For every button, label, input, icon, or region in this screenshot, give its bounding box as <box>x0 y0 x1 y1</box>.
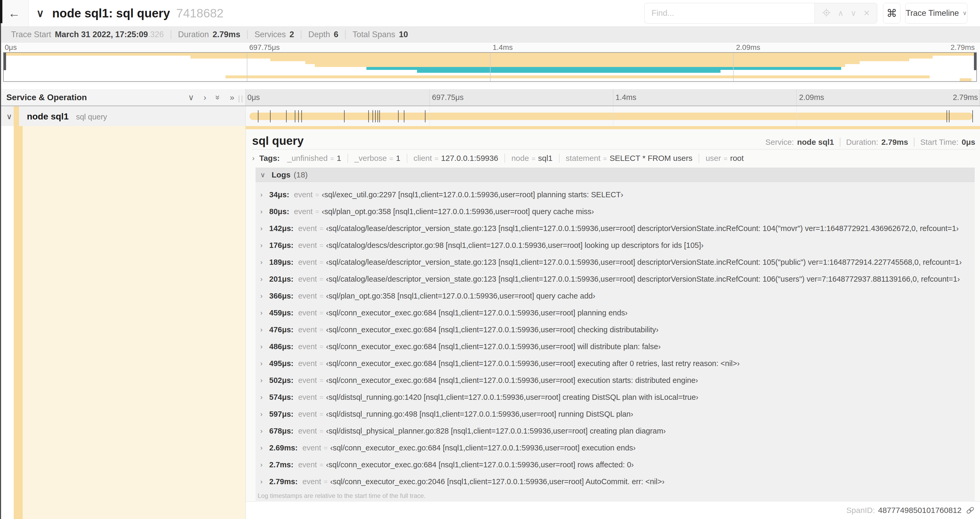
tag-item: _unfinished=1 <box>281 154 347 163</box>
link-icon[interactable] <box>966 506 975 515</box>
trace-id: 7418682 <box>176 0 223 26</box>
trace-view-select[interactable]: Trace Timeline ∨ <box>905 3 967 24</box>
minimap-span-bar <box>191 56 932 59</box>
span-bar[interactable] <box>250 113 973 120</box>
log-row[interactable]: ›2.7ms:event=‹sql/conn_executor_exec.go:… <box>256 456 975 473</box>
back-button[interactable]: ← <box>0 0 29 26</box>
chevron-right-icon: › <box>260 477 269 486</box>
find-prev-icon[interactable]: ∧ <box>838 9 843 17</box>
detail-meta-item: Start Time:0μs <box>914 138 975 147</box>
meta-label: Depth <box>308 30 330 39</box>
log-row[interactable]: ›678μs:event=‹sql/distsql_physical_plann… <box>256 423 975 439</box>
tag-item: user=root <box>698 154 750 163</box>
minimap-canvas[interactable] <box>3 52 977 82</box>
find-next-icon[interactable]: ∨ <box>851 9 856 17</box>
minimap-axis-labels: 0μs697.75μs1.4ms2.09ms2.79ms <box>3 43 977 51</box>
log-key: event <box>298 258 317 267</box>
detail-meta-item: Duration:2.79ms <box>840 138 914 147</box>
column-resize-grip[interactable]: || <box>238 94 244 102</box>
log-marker-tick <box>295 110 295 122</box>
log-key: event <box>298 427 317 435</box>
chevron-right-icon: › <box>260 393 269 401</box>
left-scrubber-handle[interactable] <box>4 53 6 70</box>
span-detail-meta: Service:node sql1Duration:2.79msStart Ti… <box>759 138 975 147</box>
chevron-right-icon: › <box>260 343 269 351</box>
minimap-tick-label: 2.79ms <box>950 43 975 52</box>
log-row[interactable]: ›502μs:event=‹sql/conn_executor_exec.go:… <box>256 372 975 389</box>
equals-sign: = <box>724 155 728 163</box>
log-row[interactable]: ›80μs:event=‹sql/plan_opt.go:358 [nsql1,… <box>256 203 975 220</box>
log-value: ‹sql/catalog/lease/descriptor_version_st… <box>326 275 960 284</box>
log-value: ‹sql/distsql_physical_planner.go:828 [ns… <box>326 427 666 435</box>
log-key: event <box>298 376 317 385</box>
log-row[interactable]: ›189μs:event=‹sql/catalog/lease/descript… <box>256 254 975 271</box>
locate-icon[interactable] <box>822 8 831 18</box>
tags-row[interactable]: › Tags: _unfinished=1_verbose=1client=12… <box>252 152 750 165</box>
trace-collapse-toggle[interactable]: ∨ <box>37 0 44 26</box>
logs-count: (18) <box>294 170 308 179</box>
log-marker-tick <box>298 110 299 122</box>
trace-view-label: Trace Timeline <box>906 8 959 18</box>
expand-all-icon[interactable]: » <box>230 93 234 102</box>
detail-meta-value: 2.79ms <box>881 138 908 147</box>
log-value: ‹sql/catalog/lease/descriptor_version_st… <box>326 224 959 233</box>
log-key: event <box>298 410 317 418</box>
log-marker-tick <box>377 110 378 122</box>
find-clear-icon[interactable]: ✕ <box>863 9 870 17</box>
log-row[interactable]: ›495μs:event=‹sql/conn_executor_exec.go:… <box>256 355 975 372</box>
expand-one-icon[interactable]: › <box>204 93 206 102</box>
chevron-down-icon: ∨ <box>963 10 967 17</box>
tag-key: _unfinished <box>287 154 328 163</box>
log-value: ‹sql/conn_executor_exec.go:2046 [nsql1,c… <box>330 477 665 486</box>
log-row[interactable]: ›201μs:event=‹sql/catalog/lease/descript… <box>256 271 975 287</box>
chevron-right-icon: › <box>260 191 269 199</box>
span-row[interactable]: ∨ node sql1sql query <box>0 106 980 126</box>
detail-accent-stripe <box>14 126 23 519</box>
log-key: event <box>302 477 321 486</box>
log-timestamp: 34μs: <box>269 190 289 199</box>
log-value: ‹sql/plan_opt.go:358 [nsql1,client=127.0… <box>322 207 594 216</box>
equals-sign: = <box>320 360 323 367</box>
ruler-tick-label: 0μs <box>247 93 260 102</box>
collapse-one-icon[interactable]: ∨ <box>188 93 194 102</box>
span-operation-name: sql query <box>76 112 107 121</box>
chevron-right-icon: › <box>260 376 269 385</box>
logs-footer-note: Log timestamps are relative to the start… <box>258 492 426 500</box>
row-gridline <box>797 106 797 126</box>
minimap-span-bar <box>315 64 845 67</box>
log-row[interactable]: ›2.69ms:event=‹sql/conn_executor_exec.go… <box>256 439 975 456</box>
log-row[interactable]: ›476μs:event=‹sql/conn_executor_exec.go:… <box>256 321 975 338</box>
log-row[interactable]: ›34μs:event=‹sql/exec_util.go:2297 [nsql… <box>256 186 975 203</box>
tag-value: 127.0.0.1:59936 <box>441 154 498 163</box>
equals-sign: = <box>330 155 334 163</box>
collapse-all-icon[interactable]: » <box>214 95 222 99</box>
log-row[interactable]: ›176μs:event=‹sql/catalog/descs/descript… <box>256 237 975 254</box>
log-marker-tick <box>301 110 302 122</box>
keyboard-shortcuts-button[interactable]: ⌘ <box>883 3 900 24</box>
equals-sign: = <box>320 377 323 384</box>
chevron-right-icon: › <box>260 309 269 317</box>
find-input[interactable] <box>644 3 815 24</box>
logs-section: ∨ Logs (18) ›34μs:event=‹sql/exec_util.g… <box>256 168 975 501</box>
span-expand-chevron-icon[interactable]: ∨ <box>6 112 12 121</box>
trace-header: ← ∨ node sql1: sql query 7418682 ∧ ∨ ✕ ⌘ <box>0 0 980 27</box>
log-marker-tick <box>368 110 369 122</box>
log-row[interactable]: ›486μs:event=‹sql/conn_executor_exec.go:… <box>256 338 975 355</box>
logs-header[interactable]: ∨ Logs (18) <box>256 168 975 182</box>
log-row[interactable]: ›366μs:event=‹sql/plan_opt.go:358 [nsql1… <box>256 287 975 304</box>
span-id-label: SpanID: <box>846 506 875 515</box>
tag-key: client <box>414 154 432 163</box>
right-scrubber-handle[interactable] <box>974 53 976 70</box>
log-value: ‹sql/conn_executor_exec.go:684 [nsql1,cl… <box>330 444 636 452</box>
span-detail-panel: sql query Service:node sql1Duration:2.79… <box>246 126 980 501</box>
meta-value: 6 <box>334 30 338 39</box>
span-row-name-column[interactable]: ∨ node sql1sql query <box>0 106 246 126</box>
log-timestamp: 495μs: <box>269 359 293 368</box>
trace-meta-item: Depth6 <box>301 30 345 39</box>
log-row[interactable]: ›597μs:event=‹sql/distsql_running.go:498… <box>256 406 975 423</box>
log-row[interactable]: ›2.79ms:event=‹sql/conn_executor_exec.go… <box>256 473 975 490</box>
span-row-timeline <box>246 106 980 126</box>
log-row[interactable]: ›142μs:event=‹sql/catalog/lease/descript… <box>256 220 975 237</box>
log-row[interactable]: ›574μs:event=‹sql/distsql_running.go:142… <box>256 389 975 406</box>
log-row[interactable]: ›459μs:event=‹sql/conn_executor_exec.go:… <box>256 304 975 321</box>
